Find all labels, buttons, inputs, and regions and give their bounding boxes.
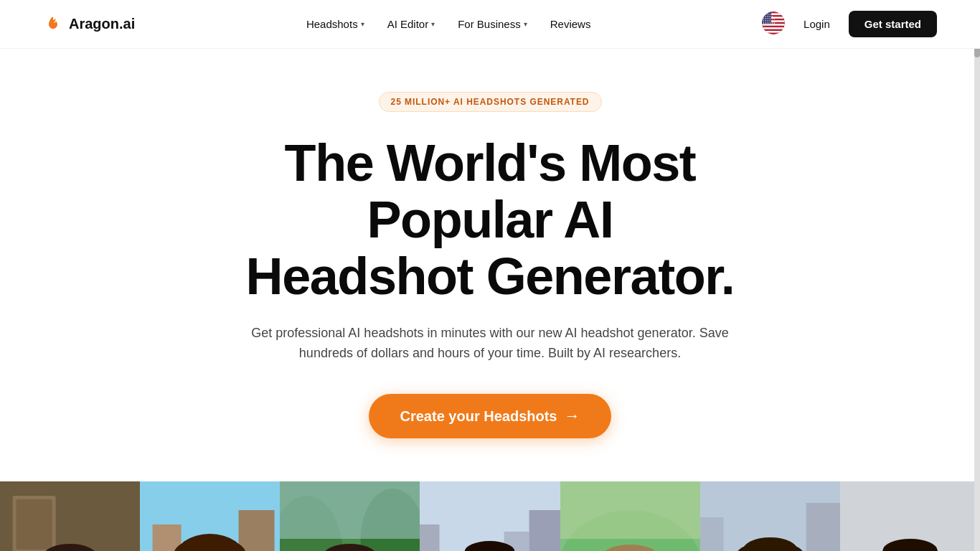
create-headshots-button[interactable]: Create your Headshots → (369, 394, 612, 438)
nav-links: Headshots ▾ AI Editor ▾ For Business ▾ R… (298, 12, 599, 36)
nav-ai-editor-label: AI Editor (387, 18, 429, 30)
svg-rect-56 (280, 481, 420, 539)
nav-right: ★★★★★★ ★★★★★ ★★★★★★ ★★★★★ ★★★★★★ Login G… (762, 11, 937, 37)
svg-rect-109 (700, 517, 724, 551)
chevron-down-icon: ▾ (524, 20, 527, 28)
nav-for-business[interactable]: For Business ▾ (449, 12, 536, 36)
gallery-item-7: AI GENERATED (840, 481, 980, 551)
svg-rect-7 (762, 31, 785, 32)
hero-section: 25 MILLION+ AI HEADSHOTS GENERATED The W… (0, 49, 980, 474)
gallery-item-2 (140, 481, 280, 551)
person-silhouette (140, 481, 280, 551)
us-flag-icon: ★★★★★★ ★★★★★ ★★★★★★ ★★★★★ ★★★★★★ (762, 11, 785, 34)
cta-label: Create your Headshots (400, 408, 557, 425)
hero-title: The World's Most Popular AI Headshot Gen… (225, 135, 755, 306)
svg-rect-34 (239, 510, 275, 551)
flame-icon (43, 14, 63, 34)
svg-rect-17 (17, 499, 52, 550)
gallery-item-1 (0, 481, 140, 551)
person-silhouette (840, 481, 980, 551)
hero-subtitle: Get professional AI headshots in minutes… (246, 323, 734, 364)
scrollbar-track[interactable] (974, 0, 980, 551)
chevron-down-icon: ▾ (361, 20, 364, 28)
photo-gallery: AI GENERATED (0, 481, 980, 551)
navbar: Aragon.ai Headshots ▾ AI Editor ▾ For Bu… (0, 0, 980, 49)
svg-rect-33 (153, 524, 182, 551)
svg-text:★★★★★★: ★★★★★★ (763, 22, 776, 24)
hero-badge: 25 MILLION+ AI HEADSHOTS GENERATED (379, 92, 602, 112)
person-silhouette (700, 481, 840, 551)
brand-logo[interactable]: Aragon.ai (43, 14, 135, 34)
svg-rect-110 (806, 503, 840, 551)
nav-ai-editor[interactable]: AI Editor ▾ (379, 12, 444, 36)
nav-reviews-label: Reviews (550, 18, 591, 30)
person-silhouette (280, 481, 420, 551)
svg-rect-93 (560, 481, 700, 539)
nav-headshots[interactable]: Headshots ▾ (298, 12, 373, 36)
person-silhouette (560, 481, 700, 551)
svg-rect-71 (529, 510, 560, 551)
gallery-item-5: AI GENERATED (560, 481, 700, 551)
gallery-item-3 (280, 481, 420, 551)
gallery-item-6: AI GENERATED (700, 481, 840, 551)
arrow-icon: → (564, 407, 580, 425)
svg-rect-6 (762, 27, 785, 29)
hero-title-line2: Headshot Generator. (246, 248, 735, 305)
person-silhouette (420, 481, 560, 551)
language-selector[interactable]: ★★★★★★ ★★★★★ ★★★★★★ ★★★★★ ★★★★★★ (762, 11, 785, 37)
nav-for-business-label: For Business (458, 18, 521, 30)
brand-name: Aragon.ai (69, 16, 135, 32)
nav-reviews[interactable]: Reviews (542, 12, 600, 36)
chevron-down-icon: ▾ (431, 20, 435, 28)
svg-rect-70 (420, 524, 440, 551)
person-silhouette (0, 481, 140, 551)
hero-title-line1: The World's Most Popular AI (285, 134, 696, 248)
nav-headshots-label: Headshots (306, 18, 358, 30)
login-button[interactable]: Login (793, 12, 840, 36)
gallery-item-4 (420, 481, 560, 551)
get-started-button[interactable]: Get started (849, 11, 937, 37)
